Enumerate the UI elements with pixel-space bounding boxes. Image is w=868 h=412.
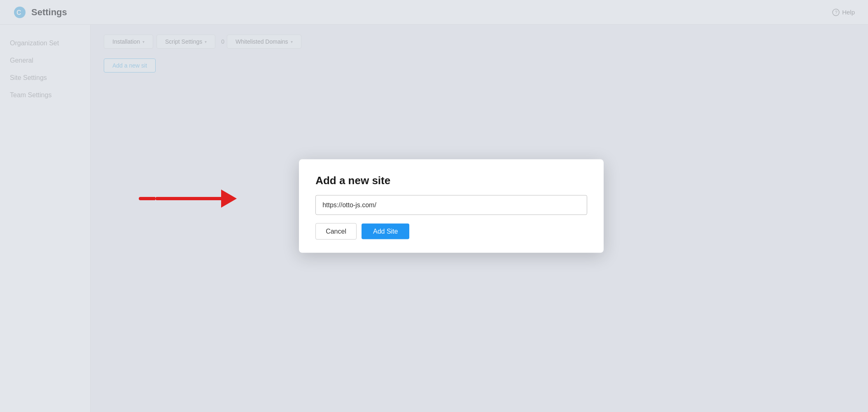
add-site-submit-button[interactable]: Add Site <box>362 224 409 239</box>
site-url-input[interactable] <box>315 195 587 215</box>
arrow-head <box>221 190 237 208</box>
dialog-actions: Cancel Add Site <box>315 223 587 240</box>
cancel-button[interactable]: Cancel <box>315 223 357 240</box>
add-site-dialog: Add a new site Cancel Add Site <box>299 159 604 253</box>
arrow-annotation <box>139 190 237 208</box>
dialog-title: Add a new site <box>315 174 587 187</box>
arrow-line <box>155 197 221 200</box>
arrow-tail <box>139 197 155 200</box>
